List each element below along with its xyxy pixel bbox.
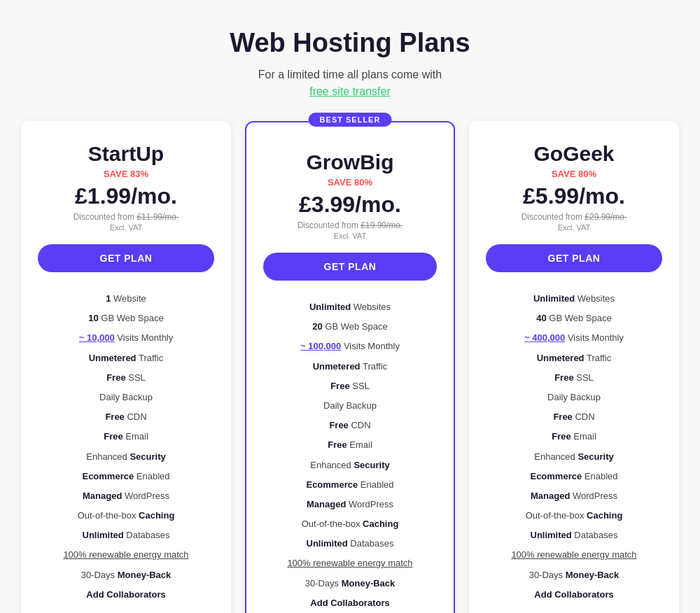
list-item: Free SSL xyxy=(38,368,214,388)
list-item: Daily Backup xyxy=(263,396,437,416)
original-price-growbig: Discounted from £19.99/mo. xyxy=(263,220,437,230)
list-item: Free Email xyxy=(263,435,437,455)
plan-name-startup: StartUp xyxy=(38,142,214,166)
list-item: 20 GB Web Space xyxy=(263,317,437,337)
plan-card-startup: StartUpSAVE 83%£1.99/mo.Discounted from … xyxy=(21,121,231,613)
list-item: Managed WordPress xyxy=(263,495,437,514)
list-item: ~ 10,000 Visits Monthly xyxy=(38,328,214,348)
list-item: Unlimited Websites xyxy=(486,289,662,309)
plan-card-gogeek: GoGeekSAVE 80%£5.99/mo.Discounted from £… xyxy=(469,121,679,613)
list-item: Out-of-the-box Caching xyxy=(263,514,437,534)
list-item: Out-of-the-box Caching xyxy=(38,506,214,526)
list-item: Add Collaborators xyxy=(38,585,214,605)
excl-vat-gogeek: Excl. VAT xyxy=(486,223,662,232)
plan-name-gogeek: GoGeek xyxy=(486,142,662,166)
plan-card-growbig: BEST SELLERGrowBigSAVE 80%£3.99/mo.Disco… xyxy=(245,121,455,613)
price-growbig: £3.99/mo. xyxy=(263,192,437,218)
list-item: 10 GB Web Space xyxy=(38,309,214,328)
list-item: Add Collaborators xyxy=(486,585,662,605)
list-item: Unlimited Websites xyxy=(263,297,437,317)
list-item: Enhanced Security xyxy=(38,447,214,467)
price-gogeek: £5.99/mo. xyxy=(486,183,662,209)
list-item: Managed WordPress xyxy=(38,486,214,506)
free-transfer-label: free site transfer xyxy=(309,85,391,97)
list-item: ~ 400,000 Visits Monthly xyxy=(486,328,662,348)
list-item: 100% renewable energy match xyxy=(38,545,214,565)
list-item: 30-Days Money-Back xyxy=(263,574,437,593)
list-item: ~ 100,000 Visits Monthly xyxy=(263,337,437,356)
page-title: Web Hosting Plans xyxy=(230,28,470,58)
list-item: 1 Website xyxy=(38,289,214,309)
features-list-startup: 1 Website10 GB Web Space~ 10,000 Visits … xyxy=(38,289,214,605)
best-seller-badge: BEST SELLER xyxy=(309,113,392,127)
save-badge-startup: SAVE 83% xyxy=(38,169,214,179)
excl-vat-startup: Excl. VAT xyxy=(38,223,214,232)
original-price-startup: Discounted from £11.99/mo. xyxy=(38,212,214,222)
get-plan-button-startup[interactable]: GET PLAN xyxy=(38,244,214,272)
list-item: Free SSL xyxy=(486,368,662,388)
list-item: 30-Days Money-Back xyxy=(486,565,662,585)
features-list-growbig: Unlimited Websites20 GB Web Space~ 100,0… xyxy=(263,297,437,613)
list-item: Ecommerce Enabled xyxy=(263,475,437,495)
list-item: Free CDN xyxy=(263,416,437,435)
list-item: Free Email xyxy=(486,427,662,446)
list-item: Daily Backup xyxy=(486,388,662,407)
list-item: Unmetered Traffic xyxy=(263,357,437,376)
list-item: 100% renewable energy match xyxy=(486,545,662,565)
excl-vat-growbig: Excl. VAT xyxy=(263,232,437,240)
list-item: Managed WordPress xyxy=(486,486,662,506)
page-header: Web Hosting Plans For a limited time all… xyxy=(230,28,470,100)
list-item: 100% renewable energy match xyxy=(263,554,437,573)
list-item: Unlimited Databases xyxy=(38,526,214,545)
get-plan-button-gogeek[interactable]: GET PLAN xyxy=(486,244,662,272)
get-plan-button-growbig[interactable]: GET PLAN xyxy=(263,253,437,281)
list-item: Add Collaborators xyxy=(263,593,437,613)
list-item: Free SSL xyxy=(263,376,437,396)
list-item: Unmetered Traffic xyxy=(486,348,662,368)
list-item: 30-Days Money-Back xyxy=(38,565,214,585)
subtitle: For a limited time all plans come with f… xyxy=(230,66,470,100)
plans-container: StartUpSAVE 83%£1.99/mo.Discounted from … xyxy=(14,121,686,613)
price-startup: £1.99/mo. xyxy=(38,183,214,209)
list-item: Free CDN xyxy=(38,407,214,427)
list-item: Unmetered Traffic xyxy=(38,348,214,368)
list-item: Out-of-the-box Caching xyxy=(486,506,662,526)
list-item: 40 GB Web Space xyxy=(486,309,662,328)
save-badge-gogeek: SAVE 80% xyxy=(486,169,662,179)
features-list-gogeek: Unlimited Websites40 GB Web Space~ 400,0… xyxy=(486,289,662,605)
plan-name-growbig: GrowBig xyxy=(263,150,437,174)
list-item: Ecommerce Enabled xyxy=(486,467,662,486)
list-item: Daily Backup xyxy=(38,388,214,407)
list-item: Enhanced Security xyxy=(263,456,437,475)
list-item: Free Email xyxy=(38,427,214,446)
original-price-gogeek: Discounted from £29.99/mo. xyxy=(486,212,662,222)
list-item: Unlimited Databases xyxy=(486,526,662,545)
list-item: Ecommerce Enabled xyxy=(38,467,214,486)
list-item: Free CDN xyxy=(486,407,662,427)
save-badge-growbig: SAVE 80% xyxy=(263,177,437,188)
list-item: Enhanced Security xyxy=(486,447,662,467)
list-item: Unlimited Databases xyxy=(263,534,437,554)
